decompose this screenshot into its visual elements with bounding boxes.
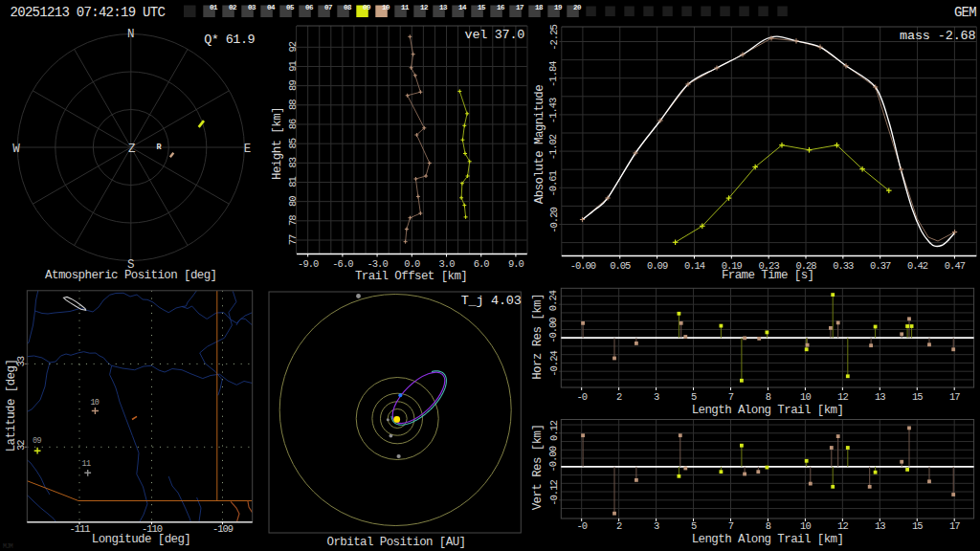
- svg-text:5: 5: [691, 391, 697, 403]
- svg-text:-0.61: -0.61: [548, 170, 560, 196]
- svg-text:0.09: 0.09: [647, 260, 668, 272]
- svg-text:0.0: 0.0: [404, 258, 420, 270]
- svg-text:-0.12: -0.12: [548, 480, 560, 506]
- svg-text:92: 92: [287, 41, 299, 52]
- svg-text:89: 89: [287, 80, 299, 91]
- svg-text:-0: -0: [576, 520, 587, 532]
- svg-text:15: 15: [912, 391, 923, 403]
- svg-text:Frame Time [s]: Frame Time [s]: [722, 269, 814, 282]
- svg-text:14: 14: [458, 4, 467, 11]
- svg-text:20251213 07:42:19 UTC: 20251213 07:42:19 UTC: [11, 5, 166, 20]
- svg-text:77: 77: [287, 234, 299, 245]
- svg-text:11: 11: [401, 4, 410, 11]
- svg-text:GEM: GEM: [954, 5, 976, 20]
- svg-text:-9.0: -9.0: [298, 258, 319, 270]
- svg-text:01: 01: [210, 4, 218, 11]
- svg-text:6.0: 6.0: [474, 258, 490, 270]
- svg-text:Latitude [deg]: Latitude [deg]: [5, 360, 18, 452]
- svg-text:0.24: 0.24: [548, 290, 560, 311]
- svg-text:02: 02: [229, 4, 237, 11]
- svg-text:11: 11: [82, 459, 91, 469]
- svg-text:-109: -109: [212, 523, 234, 535]
- svg-text:09: 09: [33, 436, 41, 446]
- svg-text:Vert Res [km]: Vert Res [km]: [531, 425, 545, 511]
- svg-text:9.0: 9.0: [508, 258, 524, 270]
- svg-text:Length Along Trail [km]: Length Along Trail [km]: [692, 533, 844, 546]
- svg-text:-111: -111: [69, 523, 90, 535]
- svg-text:91: 91: [287, 61, 299, 72]
- svg-text:-0.20: -0.20: [548, 208, 560, 233]
- svg-text:-1.02: -1.02: [548, 134, 560, 160]
- svg-text:0.33: 0.33: [833, 260, 854, 272]
- svg-text:-0.00: -0.00: [548, 446, 560, 472]
- svg-text:03: 03: [248, 4, 256, 11]
- svg-text:Z: Z: [128, 143, 136, 156]
- svg-text:-2.25: -2.25: [548, 25, 560, 51]
- svg-text:20: 20: [573, 4, 582, 11]
- svg-text:0.47: 0.47: [945, 260, 966, 272]
- svg-text:05: 05: [286, 4, 295, 11]
- svg-text:13: 13: [439, 4, 448, 11]
- svg-text:5: 5: [691, 520, 697, 532]
- svg-text:04: 04: [267, 4, 276, 11]
- svg-text:2: 2: [616, 520, 622, 532]
- svg-text:E: E: [244, 143, 252, 156]
- svg-text:0.05: 0.05: [610, 260, 631, 272]
- svg-text:R: R: [156, 143, 162, 152]
- svg-text:17: 17: [516, 4, 523, 11]
- svg-text:8: 8: [766, 520, 771, 532]
- svg-text:3: 3: [654, 391, 659, 403]
- svg-text:Q* 61.9: Q* 61.9: [204, 33, 255, 47]
- svg-text:MJM: MJM: [3, 543, 13, 550]
- svg-text:Absolute Magnitude: Absolute Magnitude: [533, 85, 546, 204]
- svg-text:Atmospheric Position [deg]: Atmospheric Position [deg]: [45, 269, 216, 282]
- svg-text:7: 7: [728, 391, 734, 403]
- svg-text:8: 8: [766, 391, 771, 403]
- svg-text:12: 12: [837, 520, 848, 532]
- svg-text:17: 17: [949, 391, 960, 403]
- svg-text:88: 88: [287, 99, 299, 110]
- svg-text:-1.84: -1.84: [548, 61, 560, 87]
- svg-text:N: N: [127, 28, 135, 41]
- svg-text:mass -2.68: mass -2.68: [900, 29, 976, 43]
- svg-text:10: 10: [800, 520, 811, 532]
- svg-text:Length Along Trail [km]: Length Along Trail [km]: [692, 404, 844, 417]
- svg-text:3: 3: [654, 520, 659, 532]
- svg-text:17: 17: [949, 520, 960, 532]
- svg-text:15: 15: [912, 520, 923, 532]
- svg-text:0.14: 0.14: [684, 260, 705, 272]
- svg-text:Trail Offset [km]: Trail Offset [km]: [355, 270, 467, 283]
- svg-text:-6.0: -6.0: [332, 258, 353, 270]
- svg-text:-1.43: -1.43: [548, 98, 560, 123]
- svg-text:13: 13: [875, 391, 885, 403]
- svg-text:W: W: [12, 143, 20, 156]
- svg-text:16: 16: [497, 4, 505, 11]
- svg-text:-0.24: -0.24: [548, 351, 560, 377]
- svg-text:80: 80: [287, 196, 299, 207]
- svg-text:0.12: 0.12: [548, 420, 560, 441]
- svg-text:13: 13: [875, 520, 885, 532]
- svg-text:vel 37.0: vel 37.0: [465, 28, 525, 42]
- svg-text:Height [km]: Height [km]: [271, 107, 284, 180]
- svg-text:Horz Res [km]: Horz Res [km]: [531, 294, 545, 380]
- svg-text:0.42: 0.42: [907, 260, 928, 272]
- svg-text:-3.0: -3.0: [367, 258, 388, 270]
- svg-text:81: 81: [287, 177, 299, 187]
- svg-text:12: 12: [837, 391, 848, 403]
- svg-text:-0.00: -0.00: [548, 318, 560, 343]
- svg-text:08: 08: [344, 4, 352, 11]
- svg-text:19: 19: [554, 4, 563, 11]
- svg-text:06: 06: [305, 4, 314, 11]
- svg-text:T_j 4.03: T_j 4.03: [461, 294, 522, 308]
- svg-text:86: 86: [287, 119, 299, 129]
- svg-text:10: 10: [382, 4, 390, 11]
- svg-text:18: 18: [535, 4, 544, 11]
- svg-text:09: 09: [363, 4, 371, 11]
- svg-text:15: 15: [478, 4, 486, 11]
- svg-text:12: 12: [420, 4, 429, 11]
- svg-text:Orbital Position [AU]: Orbital Position [AU]: [327, 536, 466, 549]
- svg-text:07: 07: [324, 4, 332, 11]
- svg-text:-0.00: -0.00: [570, 260, 596, 272]
- svg-text:-0: -0: [576, 391, 587, 403]
- svg-text:2: 2: [616, 391, 622, 403]
